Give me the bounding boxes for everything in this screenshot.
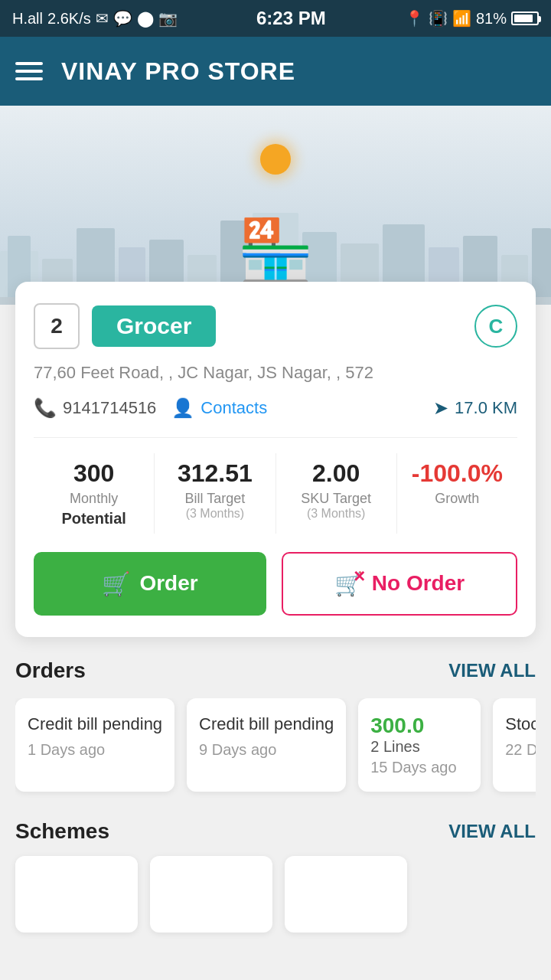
- network-speed: 2.6K/s: [47, 10, 91, 28]
- metric-sub-bill: (3 Months): [186, 507, 244, 520]
- distance-value: 17.0 KM: [455, 398, 517, 418]
- status-right: 📍 📳 📶 81%: [405, 9, 539, 28]
- metric-value-sku: 2.00: [276, 459, 396, 488]
- store-illustration: 🏪: [237, 220, 314, 282]
- wifi-icon: 📶: [452, 9, 471, 28]
- order-card-2[interactable]: Credit bill pending 9 Days ago: [187, 698, 346, 792]
- cart-icon: 🛒: [102, 570, 130, 597]
- schemes-view-all[interactable]: VIEW ALL: [448, 821, 536, 842]
- navigation-icon: ➤: [433, 397, 448, 419]
- metric-value-growth: -100.0%: [397, 459, 517, 488]
- location-icon: 📍: [405, 9, 424, 28]
- orders-title: Orders: [15, 658, 86, 683]
- scheme-card-1[interactable]: [15, 856, 138, 933]
- metric-label-sku: SKU Target: [276, 491, 396, 507]
- battery-text: 81%: [476, 10, 507, 28]
- order-card-title-2: Credit bill pending: [199, 714, 334, 736]
- phone-row: 📞 9141714516: [34, 397, 156, 419]
- orders-view-all[interactable]: VIEW ALL: [448, 660, 536, 681]
- contact-avatar[interactable]: C: [474, 305, 517, 348]
- order-card-lines-3: 2 Lines: [370, 738, 468, 756]
- order-card-date-2: 9 Days ago: [199, 741, 334, 759]
- store-type-badge: Grocer: [92, 305, 216, 347]
- order-card-3[interactable]: 300.0 2 Lines 15 Days ago: [358, 698, 481, 792]
- phone-icon: 📞: [34, 397, 57, 419]
- metric-monthly-potential: 300 Monthly Potential: [34, 453, 155, 534]
- contacts-icon: 👤: [171, 397, 194, 419]
- camera-icon: 📷: [158, 9, 178, 28]
- orders-scroll-list: Credit bill pending 1 Days ago Credit bi…: [15, 698, 536, 798]
- no-order-label: No Order: [372, 571, 465, 596]
- store-number: 2: [34, 303, 80, 349]
- order-button[interactable]: 🛒 Order: [34, 552, 266, 616]
- msg-icon: ✉: [96, 9, 109, 28]
- metric-sku-target: 2.00 SKU Target (3 Months): [276, 453, 397, 534]
- sun-icon: [260, 144, 291, 175]
- hamburger-menu[interactable]: [15, 62, 43, 80]
- schemes-header: Schemes VIEW ALL: [15, 819, 536, 844]
- time-display: 6:23 PM: [256, 8, 326, 29]
- order-card-value-3: 300.0: [370, 714, 468, 738]
- cart-cancel-icon: 🛒✕: [334, 570, 363, 597]
- schemes-title: Schemes: [15, 819, 109, 844]
- signal-icon: H.all: [12, 10, 43, 28]
- metric-bill-target: 312.51 Bill Target (3 Months): [155, 453, 276, 534]
- order-card-1[interactable]: Credit bill pending 1 Days ago: [15, 698, 174, 792]
- card-header: 2 Grocer C: [34, 303, 517, 349]
- order-card-date-4: 22 Days ago: [505, 741, 536, 759]
- divider: [34, 437, 517, 438]
- metric-sublabel-monthly: Potential: [34, 510, 154, 528]
- order-card-title-1: Credit bill pending: [28, 714, 162, 736]
- whatsapp-icon: ⬤: [137, 9, 154, 28]
- order-card-date-1: 1 Days ago: [28, 741, 162, 759]
- metric-growth: -100.0% Growth: [397, 453, 517, 534]
- status-left: H.all 2.6K/s ✉ 💬 ⬤ 📷: [12, 9, 178, 28]
- metric-value-monthly: 300: [34, 459, 154, 488]
- distance-info: ➤ 17.0 KM: [433, 397, 517, 419]
- contacts-label: Contacts: [201, 398, 267, 418]
- status-bar: H.all 2.6K/s ✉ 💬 ⬤ 📷 6:23 PM 📍 📳 📶 81%: [0, 0, 551, 37]
- scheme-card-2[interactable]: [150, 856, 272, 933]
- action-buttons: 🛒 Order 🛒✕ No Order: [34, 552, 517, 616]
- metric-label-monthly: Monthly: [34, 491, 154, 507]
- metric-label-bill: Bill Target: [155, 491, 275, 507]
- phone-number[interactable]: 9141714516: [63, 398, 156, 418]
- metrics-row: 300 Monthly Potential 312.51 Bill Target…: [34, 453, 517, 534]
- metric-sub-sku: (3 Months): [307, 507, 365, 520]
- hero-banner: 🏪: [0, 106, 551, 305]
- schemes-cards-list: [15, 856, 536, 933]
- app-title: VINAY PRO STORE: [61, 57, 295, 86]
- contacts-link[interactable]: 👤 Contacts: [171, 397, 267, 419]
- store-address: 77,60 Feet Road, , JC Nagar, JS Nagar, ,…: [34, 361, 517, 385]
- vibrate-icon: 📳: [429, 9, 448, 28]
- store-card: 2 Grocer C 77,60 Feet Road, , JC Nagar, …: [15, 282, 536, 637]
- metric-value-bill: 312.51: [155, 459, 275, 488]
- scheme-card-3[interactable]: [285, 856, 407, 933]
- order-card-date-3: 15 Days ago: [370, 759, 468, 776]
- contact-row: 📞 9141714516 👤 Contacts ➤ 17.0 KM: [34, 397, 517, 419]
- orders-section: Orders VIEW ALL Credit bill pending 1 Da…: [0, 637, 551, 807]
- order-card-4[interactable]: Stock available 22 Days ago: [493, 698, 536, 792]
- no-order-button[interactable]: 🛒✕ No Order: [282, 552, 517, 616]
- metric-label-growth: Growth: [397, 491, 517, 507]
- schemes-section: Schemes VIEW ALL: [0, 807, 551, 945]
- chat-icon: 💬: [113, 9, 132, 28]
- order-label: Order: [139, 571, 197, 596]
- app-header: VINAY PRO STORE: [0, 37, 551, 106]
- battery-icon: [511, 11, 539, 25]
- order-card-title-4: Stock available: [505, 714, 536, 736]
- orders-header: Orders VIEW ALL: [15, 658, 536, 683]
